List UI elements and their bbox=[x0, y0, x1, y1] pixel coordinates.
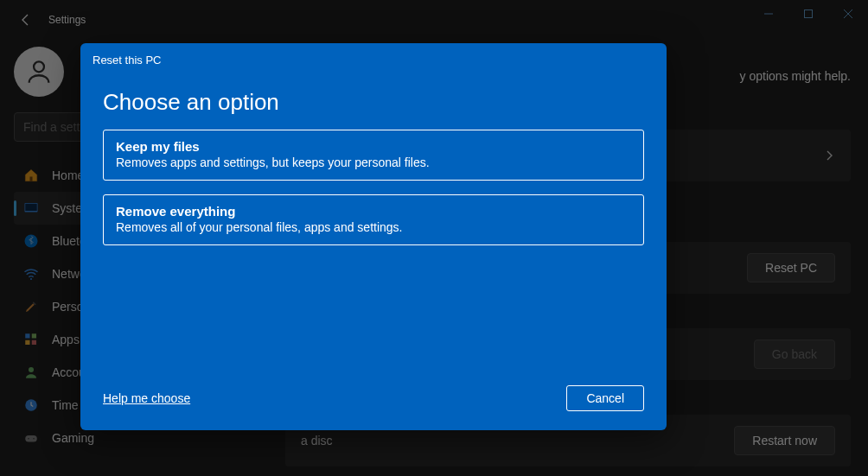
option-desc: Removes apps and settings, but keeps you… bbox=[116, 155, 631, 169]
reset-pc-modal: Reset this PC Choose an option Keep my f… bbox=[80, 43, 667, 430]
option-keep-files[interactable]: Keep my files Removes apps and settings,… bbox=[103, 130, 644, 181]
option-desc: Removes all of your personal files, apps… bbox=[116, 220, 631, 234]
option-title: Keep my files bbox=[116, 139, 631, 154]
option-title: Remove everything bbox=[116, 204, 631, 219]
help-me-choose-link[interactable]: Help me choose bbox=[103, 391, 190, 405]
modal-header: Reset this PC bbox=[80, 43, 667, 67]
option-remove-everything[interactable]: Remove everything Removes all of your pe… bbox=[103, 194, 644, 245]
cancel-button[interactable]: Cancel bbox=[566, 385, 644, 411]
modal-title: Choose an option bbox=[80, 67, 667, 116]
